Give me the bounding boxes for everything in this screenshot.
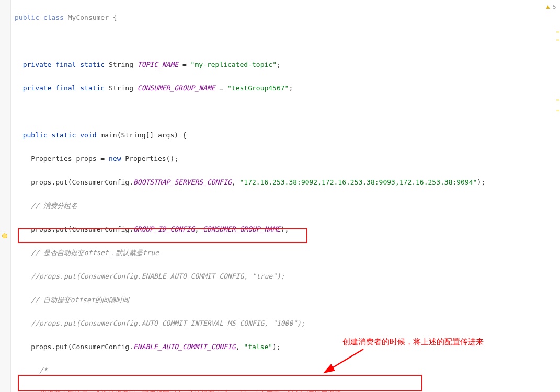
scrollbar-marker	[556, 31, 559, 33]
scrollbar-marker	[556, 39, 559, 41]
code-line[interactable]: private final static String TOPIC_NAME =…	[10, 59, 560, 71]
code-line[interactable]: // 是否自动提交offset，默认就是true	[10, 247, 560, 259]
code-line[interactable]	[10, 36, 560, 48]
code-line[interactable]: //props.put(ConsumerConfig.ENABLE_AUTO_C…	[10, 271, 560, 283]
code-line[interactable]: public class MyConsumer {	[10, 12, 560, 24]
editor-gutter	[0, 0, 11, 392]
code-line[interactable]: // 自动提交offset的间隔时间	[10, 294, 560, 306]
scrollbar-marker	[556, 110, 559, 111]
code-line[interactable]: props.put(ConsumerConfig.GROUP_ID_CONFIG…	[10, 224, 560, 236]
code-editor[interactable]: ▲ 5 public class MyConsumer { private fi…	[0, 0, 560, 392]
code-line[interactable]	[10, 106, 560, 118]
code-line[interactable]: /*	[10, 365, 560, 377]
code-line[interactable]: Properties props = new Properties();	[10, 153, 560, 165]
code-line[interactable]: private final static String CONSUMER_GRO…	[10, 83, 560, 95]
code-area[interactable]: public class MyConsumer { private final …	[10, 0, 560, 392]
code-line[interactable]: props.put(ConsumerConfig.ENABLE_AUTO_COM…	[10, 341, 560, 353]
intention-bulb-icon[interactable]	[2, 233, 8, 239]
code-line[interactable]: public static void main(String[] args) {	[10, 130, 560, 142]
code-line[interactable]: //props.put(ConsumerConfig.AUTO_COMMIT_I…	[10, 318, 560, 330]
scrollbar-marker	[556, 99, 559, 101]
code-line[interactable]: props.put(ConsumerConfig.BOOTSTRAP_SERVE…	[10, 177, 560, 189]
code-line[interactable]: // 消费分组名	[10, 200, 560, 212]
code-line[interactable]: 当消费主题的是一个新的消费组，或者指定offset的消费方式，offset不存在…	[10, 388, 560, 393]
